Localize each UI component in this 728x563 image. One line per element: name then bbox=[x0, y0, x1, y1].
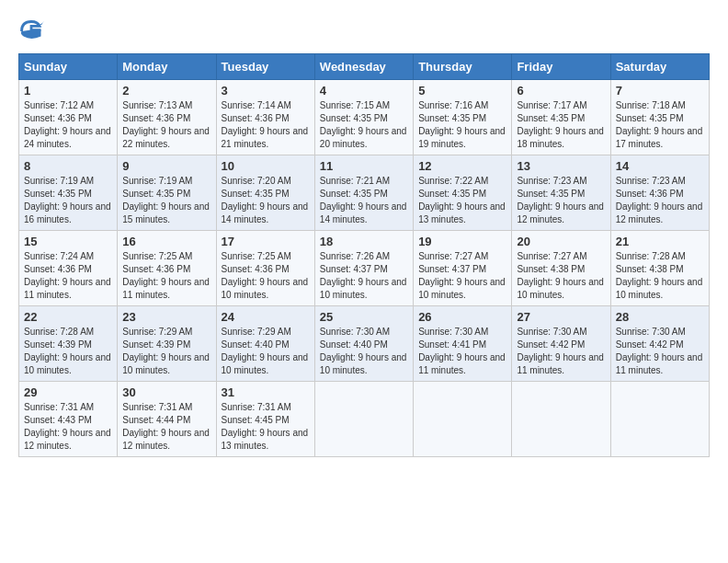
day-number: 11 bbox=[320, 159, 408, 173]
day-number: 9 bbox=[122, 159, 210, 173]
day-number: 25 bbox=[320, 310, 408, 324]
day-cell-30: 30 Sunrise: 7:31 AMSunset: 4:44 PMDaylig… bbox=[118, 382, 216, 457]
header-cell-friday: Friday bbox=[512, 54, 610, 80]
day-number: 1 bbox=[24, 84, 112, 98]
day-number: 26 bbox=[418, 310, 506, 324]
day-number: 29 bbox=[24, 385, 112, 399]
day-number: 31 bbox=[222, 385, 310, 399]
day-info: Sunrise: 7:31 AMSunset: 4:44 PMDaylight:… bbox=[122, 402, 210, 451]
day-cell-19: 19 Sunrise: 7:27 AMSunset: 4:37 PMDaylig… bbox=[414, 231, 512, 306]
header-cell-wednesday: Wednesday bbox=[314, 54, 413, 80]
day-number: 18 bbox=[320, 235, 408, 248]
day-info: Sunrise: 7:31 AMSunset: 4:43 PMDaylight:… bbox=[24, 402, 111, 451]
day-cell-16: 16 Sunrise: 7:25 AMSunset: 4:36 PMDaylig… bbox=[118, 231, 216, 306]
header-cell-saturday: Saturday bbox=[610, 54, 709, 80]
day-cell-14: 14 Sunrise: 7:23 AMSunset: 4:36 PMDaylig… bbox=[610, 155, 709, 231]
day-info: Sunrise: 7:30 AMSunset: 4:41 PMDaylight:… bbox=[418, 327, 506, 375]
day-cell-11: 11 Sunrise: 7:21 AMSunset: 4:35 PMDaylig… bbox=[314, 155, 413, 231]
calendar-table: SundayMondayTuesdayWednesdayThursdayFrid… bbox=[18, 53, 710, 457]
day-number: 8 bbox=[24, 159, 112, 173]
week-row-5: 29 Sunrise: 7:31 AMSunset: 4:43 PMDaylig… bbox=[19, 382, 710, 457]
day-info: Sunrise: 7:21 AMSunset: 4:35 PMDaylight:… bbox=[320, 176, 407, 224]
day-cell-9: 9 Sunrise: 7:19 AMSunset: 4:35 PMDayligh… bbox=[118, 155, 216, 231]
week-row-1: 1 Sunrise: 7:12 AMSunset: 4:36 PMDayligh… bbox=[19, 80, 710, 155]
day-number: 7 bbox=[616, 84, 704, 98]
day-number: 14 bbox=[616, 159, 704, 173]
day-number: 20 bbox=[517, 235, 605, 248]
day-cell-27: 27 Sunrise: 7:30 AMSunset: 4:42 PMDaylig… bbox=[512, 306, 610, 382]
day-info: Sunrise: 7:17 AMSunset: 4:35 PMDaylight:… bbox=[517, 100, 604, 149]
day-number: 13 bbox=[517, 159, 605, 173]
day-cell-1: 1 Sunrise: 7:12 AMSunset: 4:36 PMDayligh… bbox=[19, 80, 118, 155]
day-cell-31: 31 Sunrise: 7:31 AMSunset: 4:45 PMDaylig… bbox=[216, 382, 314, 457]
day-number: 5 bbox=[418, 84, 506, 98]
day-cell-13: 13 Sunrise: 7:23 AMSunset: 4:35 PMDaylig… bbox=[512, 155, 610, 231]
day-number: 30 bbox=[122, 385, 210, 399]
day-info: Sunrise: 7:29 AMSunset: 4:40 PMDaylight:… bbox=[222, 327, 309, 375]
day-info: Sunrise: 7:19 AMSunset: 4:35 PMDaylight:… bbox=[122, 176, 210, 224]
day-number: 16 bbox=[122, 235, 210, 248]
day-info: Sunrise: 7:14 AMSunset: 4:36 PMDaylight:… bbox=[222, 100, 309, 149]
day-cell-26: 26 Sunrise: 7:30 AMSunset: 4:41 PMDaylig… bbox=[414, 306, 512, 382]
day-cell-21: 21 Sunrise: 7:28 AMSunset: 4:38 PMDaylig… bbox=[610, 231, 709, 306]
day-cell-23: 23 Sunrise: 7:29 AMSunset: 4:39 PMDaylig… bbox=[118, 306, 216, 382]
day-info: Sunrise: 7:28 AMSunset: 4:39 PMDaylight:… bbox=[24, 327, 111, 375]
day-info: Sunrise: 7:28 AMSunset: 4:38 PMDaylight:… bbox=[616, 251, 703, 300]
logo bbox=[18, 18, 48, 44]
day-info: Sunrise: 7:24 AMSunset: 4:36 PMDaylight:… bbox=[24, 251, 111, 300]
logo-icon bbox=[18, 18, 44, 44]
day-cell-24: 24 Sunrise: 7:29 AMSunset: 4:40 PMDaylig… bbox=[216, 306, 314, 382]
page-header bbox=[18, 18, 710, 44]
day-info: Sunrise: 7:16 AMSunset: 4:35 PMDaylight:… bbox=[418, 100, 506, 149]
day-info: Sunrise: 7:15 AMSunset: 4:35 PMDaylight:… bbox=[320, 100, 407, 149]
day-info: Sunrise: 7:30 AMSunset: 4:42 PMDaylight:… bbox=[616, 327, 703, 375]
day-number: 28 bbox=[616, 310, 704, 324]
day-cell-28: 28 Sunrise: 7:30 AMSunset: 4:42 PMDaylig… bbox=[610, 306, 709, 382]
header-cell-thursday: Thursday bbox=[414, 54, 512, 80]
day-info: Sunrise: 7:29 AMSunset: 4:39 PMDaylight:… bbox=[122, 327, 210, 375]
day-info: Sunrise: 7:22 AMSunset: 4:35 PMDaylight:… bbox=[418, 176, 506, 224]
day-cell-12: 12 Sunrise: 7:22 AMSunset: 4:35 PMDaylig… bbox=[414, 155, 512, 231]
day-cell-15: 15 Sunrise: 7:24 AMSunset: 4:36 PMDaylig… bbox=[19, 231, 118, 306]
day-cell-5: 5 Sunrise: 7:16 AMSunset: 4:35 PMDayligh… bbox=[414, 80, 512, 155]
day-cell-2: 2 Sunrise: 7:13 AMSunset: 4:36 PMDayligh… bbox=[118, 80, 216, 155]
day-number: 6 bbox=[517, 84, 605, 98]
day-cell-3: 3 Sunrise: 7:14 AMSunset: 4:36 PMDayligh… bbox=[216, 80, 314, 155]
day-number: 27 bbox=[517, 310, 605, 324]
day-cell-4: 4 Sunrise: 7:15 AMSunset: 4:35 PMDayligh… bbox=[314, 80, 413, 155]
day-info: Sunrise: 7:25 AMSunset: 4:36 PMDaylight:… bbox=[122, 251, 210, 300]
day-info: Sunrise: 7:18 AMSunset: 4:35 PMDaylight:… bbox=[616, 100, 703, 149]
day-cell-20: 20 Sunrise: 7:27 AMSunset: 4:38 PMDaylig… bbox=[512, 231, 610, 306]
day-info: Sunrise: 7:25 AMSunset: 4:36 PMDaylight:… bbox=[222, 251, 309, 300]
day-cell-17: 17 Sunrise: 7:25 AMSunset: 4:36 PMDaylig… bbox=[216, 231, 314, 306]
day-info: Sunrise: 7:26 AMSunset: 4:37 PMDaylight:… bbox=[320, 251, 407, 300]
day-info: Sunrise: 7:30 AMSunset: 4:42 PMDaylight:… bbox=[517, 327, 604, 375]
day-cell-29: 29 Sunrise: 7:31 AMSunset: 4:43 PMDaylig… bbox=[19, 382, 118, 457]
day-number: 12 bbox=[418, 159, 506, 173]
day-number: 21 bbox=[616, 235, 704, 248]
day-info: Sunrise: 7:27 AMSunset: 4:38 PMDaylight:… bbox=[517, 251, 604, 300]
day-number: 10 bbox=[222, 159, 310, 173]
day-info: Sunrise: 7:23 AMSunset: 4:36 PMDaylight:… bbox=[616, 176, 703, 224]
day-info: Sunrise: 7:23 AMSunset: 4:35 PMDaylight:… bbox=[517, 176, 604, 224]
header-row: SundayMondayTuesdayWednesdayThursdayFrid… bbox=[19, 54, 710, 80]
day-cell-18: 18 Sunrise: 7:26 AMSunset: 4:37 PMDaylig… bbox=[314, 231, 413, 306]
week-row-2: 8 Sunrise: 7:19 AMSunset: 4:35 PMDayligh… bbox=[19, 155, 710, 231]
day-number: 15 bbox=[24, 235, 112, 248]
day-number: 3 bbox=[222, 84, 310, 98]
day-number: 2 bbox=[122, 84, 210, 98]
day-number: 19 bbox=[418, 235, 506, 248]
day-number: 4 bbox=[320, 84, 408, 98]
day-cell-7: 7 Sunrise: 7:18 AMSunset: 4:35 PMDayligh… bbox=[610, 80, 709, 155]
week-row-4: 22 Sunrise: 7:28 AMSunset: 4:39 PMDaylig… bbox=[19, 306, 710, 382]
header-cell-sunday: Sunday bbox=[19, 54, 118, 80]
day-cell-10: 10 Sunrise: 7:20 AMSunset: 4:35 PMDaylig… bbox=[216, 155, 314, 231]
day-number: 24 bbox=[222, 310, 310, 324]
day-number: 17 bbox=[222, 235, 310, 248]
empty-cell bbox=[314, 382, 413, 457]
day-info: Sunrise: 7:19 AMSunset: 4:35 PMDaylight:… bbox=[24, 176, 111, 224]
day-info: Sunrise: 7:31 AMSunset: 4:45 PMDaylight:… bbox=[222, 402, 309, 451]
day-info: Sunrise: 7:20 AMSunset: 4:35 PMDaylight:… bbox=[222, 176, 309, 224]
empty-cell bbox=[414, 382, 512, 457]
header-cell-monday: Monday bbox=[118, 54, 216, 80]
